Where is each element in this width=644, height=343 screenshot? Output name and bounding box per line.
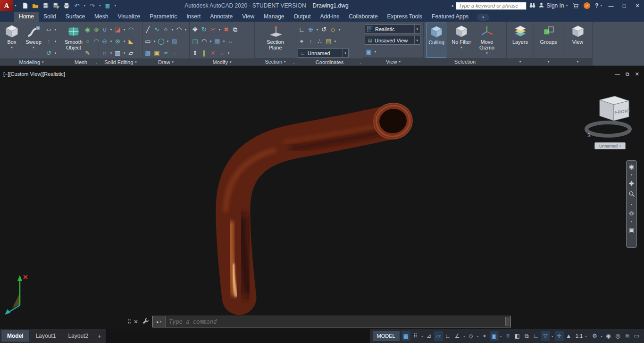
move-gizmo-button[interactable]: Move Gizmo ▾ [477,23,497,58]
annotation-visibility-icon[interactable]: ▲ [564,331,573,341]
orbit-icon[interactable]: ⊚ [629,210,634,216]
help-icon[interactable]: ?▾ [593,0,604,11]
explode-icon[interactable]: ✳ [209,49,217,57]
osnap-caret-icon[interactable]: ▾ [499,335,503,338]
ucs-axis-icon[interactable] [2,273,36,318]
gradient-icon[interactable]: ▩ [144,49,152,57]
fillet-icon[interactable]: ◠ [200,37,208,45]
undo-icon[interactable]: ↶ [74,2,81,9]
line-icon[interactable]: ╱ [144,25,152,33]
selection-panel-label[interactable]: Selection [424,58,506,65]
slice-caret-icon[interactable]: ▾ [123,28,126,32]
section-panel-label[interactable]: Section▾⌟ [255,58,296,65]
workspace-caret-icon[interactable]: ▾ [600,335,603,338]
mirror-icon[interactable]: ◫ [191,37,199,45]
ucs-named-icon[interactable]: ▤ [325,37,333,45]
view-panel-label[interactable]: View▾ [363,57,423,65]
rectangle-caret-icon[interactable]: ▾ [153,40,156,43]
polysolid-icon[interactable]: ▱ [45,25,53,33]
slice-icon[interactable]: ◪ [114,25,122,33]
tab-visualize[interactable]: Visualize [113,12,145,22]
save-as-icon[interactable] [53,2,60,9]
subtract-caret-icon[interactable]: ▾ [109,40,113,43]
ucs-previous-icon[interactable]: ↺ [320,25,328,33]
pencil-edit-icon[interactable]: ✎ [84,49,92,57]
filter-caret-icon[interactable]: ▾ [551,335,554,338]
viewport-corner-label[interactable]: [−][Custom View][Realistic] [3,71,65,77]
tab-view[interactable]: View [237,12,259,22]
section-dialog-launcher-icon[interactable]: ⌟ [293,60,294,65]
extrude-icon[interactable]: ↑ [45,37,53,45]
viewcube-south-label[interactable]: S [587,133,591,138]
point-icon[interactable]: ∙ [171,49,179,57]
modify-panel-label[interactable]: Modify▾ [190,58,254,65]
spline-icon[interactable]: ≈ [162,49,170,57]
window-minimize-button[interactable]: — [604,0,618,11]
dynamic-input-icon[interactable]: ▱ [434,331,443,341]
tab-addins[interactable]: Add-ins [316,12,344,22]
coordinates-dialog-launcher-icon[interactable]: ⌟ [360,60,361,65]
modeling-panel-label[interactable]: Modeling▾ [0,58,63,65]
tab-mesh[interactable]: Mesh [90,12,113,22]
full-navigation-wheel-icon[interactable]: ◉ [629,163,634,170]
autocad-logo-button[interactable]: A [0,0,13,11]
command-bar-close-icon[interactable]: ✕ [134,318,138,325]
command-bar-grip-icon[interactable]: ⣿ [127,318,130,325]
smooth-more-icon[interactable]: ◉ [84,25,92,33]
tab-parametric[interactable]: Parametric [145,12,182,22]
erase-icon[interactable]: ✖ [222,25,230,33]
stretch-icon[interactable]: ↔ [226,37,234,45]
arc-icon[interactable]: ◠ [175,25,183,33]
viewcube[interactable]: S FRONT [584,90,636,144]
annotation-scale-button[interactable]: 1:1▾ [574,331,590,341]
rectangle-icon[interactable]: ▭ [144,37,152,45]
command-prompt-icon[interactable]: ▸▾ [153,316,166,327]
groups-button[interactable]: Groups [536,23,561,58]
qat-customize-caret-icon[interactable]: ▾ [115,4,117,8]
pan-icon[interactable]: ✥ [629,180,634,187]
ribbon-display-toggle[interactable]: ▾ [477,14,489,21]
ellipse-icon[interactable]: ◯ [157,37,165,45]
fillet-edge-icon[interactable]: ◠ [127,25,135,33]
circle-icon[interactable]: ○ [162,25,170,33]
rotate-icon[interactable]: ↻ [200,25,208,33]
no-filter-button[interactable]: No Filter ▾ [450,23,473,58]
isolate-objects-icon[interactable]: ◎ [613,331,622,341]
app-store-cart-icon[interactable] [570,0,581,11]
redo-caret-icon[interactable]: ▾ [99,4,101,8]
snap-caret-icon[interactable]: ▾ [420,335,424,338]
smooth-object-button[interactable]: Smooth Object [65,23,83,58]
array-icon[interactable]: ▦ [213,37,221,45]
ucs-icon[interactable]: ∟ [298,25,306,33]
window-maximize-button[interactable]: □ [618,0,631,11]
interfere-icon[interactable]: ⊗ [114,37,122,45]
box-button[interactable]: Box ▾ [1,23,22,58]
smooth-less-icon[interactable]: ○ [84,37,92,45]
snap-mode-icon[interactable]: ⠿ [411,331,420,341]
draw-panel-label[interactable]: Draw▾ [142,58,189,65]
transparency-icon[interactable]: ◧ [513,331,522,341]
tab-manage[interactable]: Manage [259,12,289,22]
save-icon[interactable] [42,2,50,9]
solid-editing-panel-label[interactable]: Solid Editing▾ [99,58,142,65]
hatch-icon[interactable]: ▨ [170,37,178,45]
layout1-tab[interactable]: Layout1 [30,330,62,342]
model-space-button[interactable]: MODEL [373,331,400,341]
culling-toggle-button[interactable]: Culling [427,23,446,58]
tab-insert[interactable]: Insert [182,12,205,22]
offset-edge-icon[interactable]: ▱ [127,49,135,57]
tab-featured-apps[interactable]: Featured Apps [427,12,473,22]
command-bar-resize-grip[interactable] [505,317,510,326]
command-customize-wrench-icon[interactable] [142,317,149,327]
trim-icon[interactable]: ✂ [209,25,217,33]
section-plane-button[interactable]: Section Plane [265,23,286,58]
modify-more-icon[interactable]: ≡ [218,49,226,57]
isodraft-caret-icon[interactable]: ▾ [476,335,480,338]
model-tab[interactable]: Model [1,330,29,342]
window-close-button[interactable]: ✕ [631,0,644,11]
open-file-icon[interactable] [32,2,39,9]
tab-collaborate[interactable]: Collaborate [344,12,382,22]
object-snap-tracking-icon[interactable]: ⌖ [480,331,489,341]
viewport-minimize-button[interactable]: — [615,71,620,77]
array-caret-icon[interactable]: ▾ [222,40,226,43]
